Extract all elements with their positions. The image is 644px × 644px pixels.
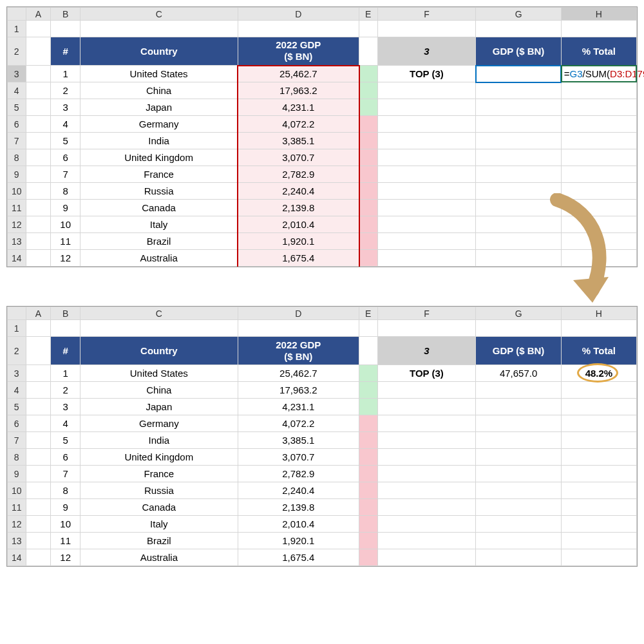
cell-rank[interactable]: 7: [51, 466, 80, 482]
select-all[interactable]: [8, 8, 26, 21]
cell-rank[interactable]: 8: [51, 482, 80, 499]
status-cell[interactable]: [359, 166, 378, 183]
cell-rank[interactable]: 10: [51, 216, 80, 233]
cell-country[interactable]: Japan: [80, 399, 238, 415]
row-10[interactable]: 10: [8, 482, 26, 499]
cell-gdp[interactable]: 4,231.1: [238, 399, 359, 415]
cell-country[interactable]: United Kingdom: [80, 149, 238, 166]
status-cell[interactable]: [359, 482, 378, 499]
status-cell[interactable]: [359, 250, 378, 267]
cell-country[interactable]: France: [80, 166, 238, 183]
cell-country[interactable]: Italy: [80, 516, 238, 533]
cell-gdp[interactable]: 4,231.1: [238, 99, 359, 116]
row-3[interactable]: 3: [8, 66, 26, 82]
row-12[interactable]: 12: [8, 516, 26, 533]
row-8[interactable]: 8: [8, 449, 26, 466]
status-cell[interactable]: [359, 200, 378, 216]
cell-G3[interactable]: [476, 66, 561, 82]
status-cell[interactable]: [359, 183, 378, 200]
cell-gdp[interactable]: 3,070.7: [238, 149, 359, 166]
cell-country[interactable]: Germany: [80, 116, 238, 133]
cell-country[interactable]: France: [80, 466, 238, 482]
cell-country[interactable]: China: [80, 382, 238, 399]
cell-country[interactable]: Brazil: [80, 533, 238, 549]
status-cell[interactable]: [359, 432, 378, 449]
cell-gdp[interactable]: 3,385.1: [238, 432, 359, 449]
cell-rank[interactable]: 6: [51, 149, 80, 166]
row-2[interactable]: 2: [8, 37, 26, 66]
cell-gdp[interactable]: 2,139.8: [238, 200, 359, 216]
cell-gdp[interactable]: 1,920.1: [238, 533, 359, 549]
row-14[interactable]: 14: [8, 549, 26, 566]
cell-country[interactable]: United States: [80, 365, 238, 382]
row-9[interactable]: 9: [8, 166, 26, 183]
formula-cell-H3[interactable]: =G3/SUM(D3:D179): [561, 66, 636, 82]
status-cell[interactable]: [359, 149, 378, 166]
row-2[interactable]: 2: [8, 337, 26, 365]
col-F[interactable]: F: [377, 307, 476, 320]
cell-country[interactable]: United Kingdom: [80, 449, 238, 466]
col-B[interactable]: B: [51, 307, 80, 320]
col-B[interactable]: B: [51, 8, 80, 21]
row-13[interactable]: 13: [8, 233, 26, 250]
cell-country[interactable]: Australia: [80, 549, 238, 566]
row-3[interactable]: 3: [8, 365, 26, 382]
col-G[interactable]: G: [476, 8, 561, 21]
row-1[interactable]: 1: [8, 320, 26, 337]
cell-gdp[interactable]: 25,462.7: [238, 365, 359, 382]
cell-gdp[interactable]: 2,240.4: [238, 183, 359, 200]
row-7[interactable]: 7: [8, 133, 26, 149]
cell-gdp[interactable]: 2,782.9: [238, 466, 359, 482]
status-cell[interactable]: [359, 499, 378, 516]
status-cell[interactable]: [359, 233, 378, 250]
cell-country[interactable]: Canada: [80, 200, 238, 216]
cell-country[interactable]: Japan: [80, 99, 238, 116]
cell-rank[interactable]: 6: [51, 449, 80, 466]
status-cell[interactable]: [359, 116, 378, 133]
cell-gdp[interactable]: 1,675.4: [238, 549, 359, 566]
status-cell[interactable]: [359, 516, 378, 533]
cell-rank[interactable]: 5: [51, 133, 80, 149]
cell-gdp[interactable]: 1,920.1: [238, 233, 359, 250]
status-cell[interactable]: [359, 66, 378, 82]
status-cell[interactable]: [359, 466, 378, 482]
row-7[interactable]: 7: [8, 432, 26, 449]
status-cell[interactable]: [359, 99, 378, 116]
cell-country[interactable]: Italy: [80, 216, 238, 233]
row-12[interactable]: 12: [8, 216, 26, 233]
row-6[interactable]: 6: [8, 415, 26, 432]
cell-rank[interactable]: 3: [51, 399, 80, 415]
cell-country[interactable]: Brazil: [80, 233, 238, 250]
cell-rank[interactable]: 12: [51, 250, 80, 267]
cell-country[interactable]: United States: [80, 66, 238, 82]
cell-rank[interactable]: 1: [51, 365, 80, 382]
status-cell[interactable]: [359, 549, 378, 566]
col-E[interactable]: E: [359, 8, 378, 21]
row-4[interactable]: 4: [8, 382, 26, 399]
col-C[interactable]: C: [80, 307, 238, 320]
cell-country[interactable]: India: [80, 133, 238, 149]
cell-gdp[interactable]: 4,072.2: [238, 415, 359, 432]
cell-rank[interactable]: 11: [51, 533, 80, 549]
grid-bottom[interactable]: A B C D E F G H 1 2 # Country 2022 GDP (…: [7, 307, 637, 566]
cell-rank[interactable]: 2: [51, 82, 80, 99]
cell-rank[interactable]: 12: [51, 549, 80, 566]
cell-rank[interactable]: 9: [51, 200, 80, 216]
status-cell[interactable]: [359, 399, 378, 415]
cell-rank[interactable]: 11: [51, 233, 80, 250]
cell-rank[interactable]: 1: [51, 66, 80, 82]
row-11[interactable]: 11: [8, 200, 26, 216]
cell-gdp[interactable]: 2,139.8: [238, 499, 359, 516]
cell-country[interactable]: Germany: [80, 415, 238, 432]
row-14[interactable]: 14: [8, 250, 26, 267]
status-cell[interactable]: [359, 365, 378, 382]
status-cell[interactable]: [359, 415, 378, 432]
cell-gdp[interactable]: 2,782.9: [238, 166, 359, 183]
cell-gdp[interactable]: 1,675.4: [238, 250, 359, 267]
cell-rank[interactable]: 4: [51, 116, 80, 133]
cell-gdp[interactable]: 17,963.2: [238, 382, 359, 399]
cell-country[interactable]: Russia: [80, 183, 238, 200]
row-10[interactable]: 10: [8, 183, 26, 200]
status-cell[interactable]: [359, 533, 378, 549]
col-C[interactable]: C: [80, 8, 238, 21]
